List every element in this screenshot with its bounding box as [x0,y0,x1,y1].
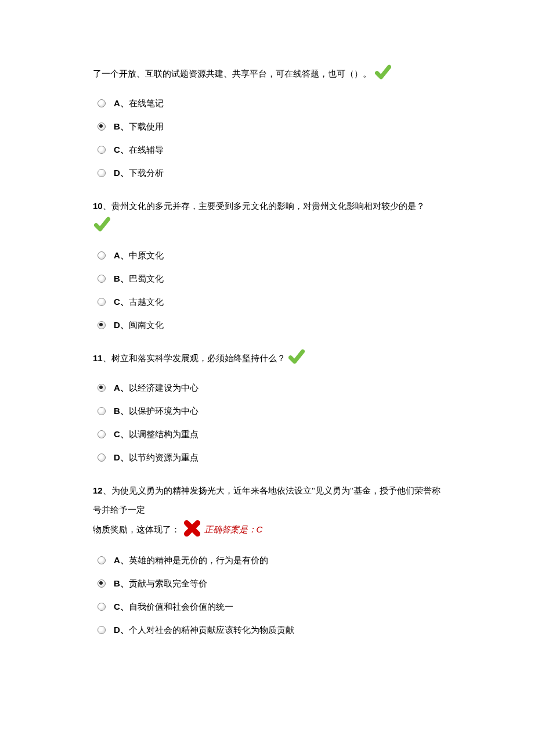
radio-button[interactable] [98,407,106,415]
option-text: 以经济建设为中心 [129,383,199,393]
option-row[interactable]: D、个人对社会的精神贡献应该转化为物质贡献 [98,623,441,637]
question-9-text: 了一个开放、互联的试题资源共建、共享平台，可在线答题，也可（）。 [93,69,371,78]
question-number: 11 [93,353,103,363]
option-text: 闽南文化 [129,321,164,330]
option-letter: D、 [114,320,129,330]
radio-button[interactable] [98,275,106,283]
option-letter: A、 [114,383,129,393]
option-letter: B、 [114,273,129,283]
correct-answer-label: 正确答案是： [204,525,257,534]
question-9: 了一个开放、互联的试题资源共建、共享平台，可在线答题，也可（）。 A、在线笔记 … [93,64,441,180]
option-letter: A、 [114,98,129,108]
question-punct: 、 [103,201,111,211]
radio-button[interactable] [98,123,106,131]
option-text: 自我价值和社会价值的统一 [129,602,233,611]
option-letter: A、 [114,555,129,565]
radio-button[interactable] [98,603,106,611]
radio-button[interactable] [98,626,106,634]
option-text: 以调整结构为重点 [129,430,199,439]
correct-answer-letter: C [257,524,263,534]
question-11-text: 树立和落实科学发展观，必须始终坚持什么？ [111,354,286,363]
option-row[interactable]: B、巴蜀文化 [98,272,441,286]
option-letter: A、 [114,250,129,260]
option-row[interactable]: D、下载分析 [98,166,441,180]
radio-button[interactable] [98,99,106,107]
radio-button[interactable] [98,579,106,588]
option-letter: C、 [114,145,129,154]
option-text: 古越文化 [129,297,164,307]
radio-button[interactable] [98,169,106,177]
option-text: 贡献与索取完全等价 [129,579,207,588]
option-letter: B、 [114,406,129,416]
question-punct: 、 [103,354,111,363]
option-row[interactable]: C、在线辅导 [98,143,441,157]
option-letter: D、 [114,452,129,462]
option-text: 以节约资源为重点 [129,453,199,462]
question-12-text-line1: 为使见义勇为的精神发扬光大，近年来各地依法设立"见义勇为"基金，授予他们荣誉称号… [93,486,441,514]
question-11: 11、树立和落实科学发展观，必须始终坚持什么？ A、以经济建设为中心 B、以保护… [93,348,441,465]
option-text: 在线笔记 [129,99,164,108]
option-row[interactable]: D、以节约资源为重点 [98,451,441,465]
question-number: 12 [93,485,103,495]
option-letter: C、 [114,429,129,439]
radio-button[interactable] [98,251,106,260]
checkmark-icon [94,216,110,239]
option-row[interactable]: D、闽南文化 [98,318,441,332]
option-row[interactable]: A、在线笔记 [98,96,441,110]
option-text: 个人对社会的精神贡献应该转化为物质贡献 [129,625,294,635]
checkmark-icon [375,64,391,87]
radio-button[interactable] [98,321,106,329]
option-letter: B、 [114,578,129,588]
option-row[interactable]: C、自我价值和社会价值的统一 [98,600,441,614]
option-text: 中原文化 [129,251,164,260]
option-row[interactable]: A、英雄的精神是无价的，行为是有价的 [98,553,441,567]
option-row[interactable]: B、以保护环境为中心 [98,404,441,418]
option-row[interactable]: B、下载使用 [98,120,441,134]
option-text: 在线辅导 [129,145,164,154]
option-letter: C、 [114,297,129,307]
radio-button[interactable] [98,453,106,462]
radio-button[interactable] [98,298,106,306]
option-text: 以保护环境为中心 [129,406,199,416]
question-12-text-line2: 物质奖励，这体现了： [93,525,180,534]
option-text: 下载使用 [129,122,164,131]
radio-button[interactable] [98,146,106,154]
cross-icon [183,520,201,544]
option-row[interactable]: C、以调整结构为重点 [98,427,441,441]
option-row[interactable]: C、古越文化 [98,295,441,309]
question-10: 10、贵州文化的多元并存，主要受到多元文化的影响，对贵州文化影响相对较少的是？ … [93,196,441,332]
option-letter: B、 [114,121,129,131]
radio-button[interactable] [98,384,106,392]
radio-button[interactable] [98,556,106,564]
option-letter: D、 [114,625,129,635]
option-row[interactable]: A、以经济建设为中心 [98,381,441,395]
question-number: 10 [93,201,103,211]
option-letter: D、 [114,168,129,178]
checkmark-icon [288,348,305,372]
question-punct: 、 [103,486,111,495]
option-row[interactable]: B、贡献与索取完全等价 [98,577,441,591]
radio-button[interactable] [98,430,106,438]
question-10-text: 贵州文化的多元并存，主要受到多元文化的影响，对贵州文化影响相对较少的是？ [111,201,425,211]
option-text: 英雄的精神是无价的，行为是有价的 [129,556,268,565]
option-text: 下载分析 [129,168,164,178]
question-12: 12、为使见义勇为的精神发扬光大，近年来各地依法设立"见义勇为"基金，授予他们荣… [93,481,441,637]
option-row[interactable]: A、中原文化 [98,249,441,262]
option-text: 巴蜀文化 [129,274,164,283]
option-letter: C、 [114,602,129,611]
